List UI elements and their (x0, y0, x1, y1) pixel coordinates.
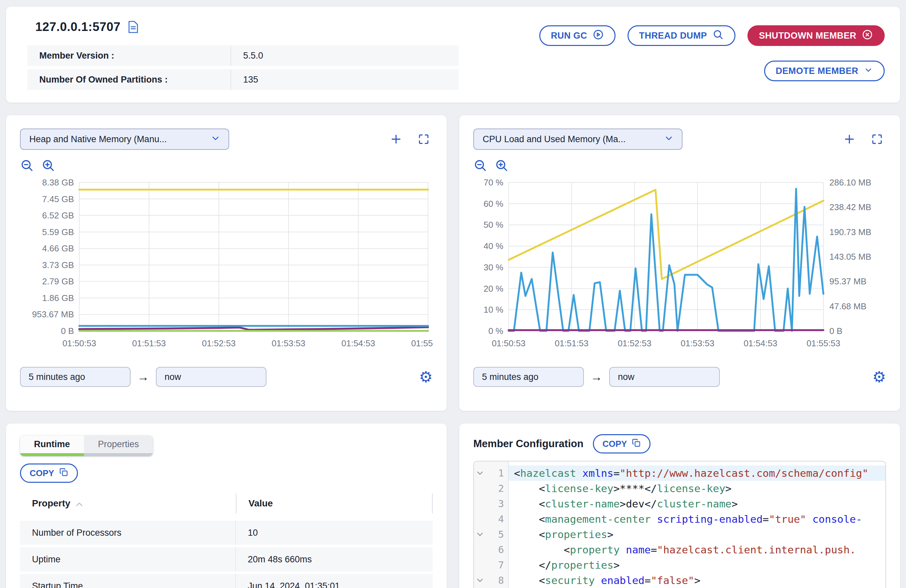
fold-toggle-icon[interactable] (474, 471, 486, 475)
chart-metric-select-heap[interactable]: Heap and Native Memory (Manu... (20, 129, 229, 150)
property-cell: Startup Time (20, 574, 236, 588)
tab-runtime[interactable]: Runtime (20, 435, 84, 456)
code-token: license-key (545, 483, 613, 494)
code-line[interactable]: <management-center scripting-enabled="tr… (509, 512, 885, 527)
column-header-property[interactable]: Property (20, 494, 236, 513)
right-y-axis-tick-label: 190.73 MB (829, 227, 871, 237)
column-header-value[interactable]: Value (236, 494, 433, 513)
heap-memory-chart-card: Heap and Native Memory (Manu... (6, 115, 447, 411)
code-line[interactable]: </properties> (509, 558, 885, 573)
cpu-memory-chart-card: CPU Load and Used Memory (Ma... (459, 115, 900, 411)
code-line[interactable]: <property name="hazelcast.client.interna… (509, 542, 885, 558)
code-line[interactable]: <license-key>****</license-key> (509, 481, 885, 496)
y-axis-tick-label: 1.86 GB (42, 293, 74, 303)
y-axis-tick-label: 7.45 GB (42, 194, 74, 204)
line-number: 3 (486, 498, 508, 510)
code-token: xmlns (582, 467, 613, 479)
chart-metric-select-cpu[interactable]: CPU Load and Used Memory (Ma... (473, 129, 683, 150)
x-axis-tick-label: 01:54:53 (743, 338, 777, 348)
demote-member-button[interactable]: DEMOTE MEMBER (764, 61, 885, 81)
value-cell: 10 (236, 521, 433, 545)
document-icon[interactable] (128, 21, 139, 33)
gutter-row: 7 (474, 558, 508, 573)
y-axis-tick-label: 6.52 GB (42, 210, 74, 220)
code-token: < (514, 513, 545, 525)
member-info-label: Number Of Owned Partitions : (27, 69, 231, 90)
line-number: 2 (486, 483, 508, 494)
arrow-right-icon: → (590, 370, 603, 384)
time-from-input[interactable]: 5 minutes ago (20, 367, 131, 387)
zoom-out-icon[interactable] (473, 158, 487, 172)
time-to-input[interactable]: now (609, 367, 720, 387)
member-info-value: 135 (231, 69, 459, 90)
play-circle-icon (593, 29, 604, 43)
run-gc-label: RUN GC (551, 30, 587, 41)
member-info-table: Member Version :5.5.0Number Of Owned Par… (27, 45, 459, 90)
y-axis-tick-label: 8.38 GB (42, 177, 74, 188)
code-line[interactable]: <cluster-name>dev</cluster-name> (509, 496, 885, 512)
member-summary: 127.0.0.1:5707 Member Version :5.5.0Numb… (27, 20, 459, 102)
tab-properties[interactable]: Properties (84, 435, 153, 456)
editor-code-area[interactable]: <hazelcast xmlns="http://www.hazelcast.c… (509, 462, 885, 588)
add-chart-icon[interactable] (389, 132, 403, 146)
y-axis-tick-label: 10 % (483, 304, 503, 315)
y-axis-tick-label: 70 % (483, 177, 503, 188)
fullscreen-icon[interactable] (417, 133, 430, 145)
code-token: < (514, 544, 570, 556)
y-axis-tick-label: 20 % (483, 284, 503, 294)
gutter-row: 3 (474, 496, 508, 512)
code-line[interactable]: <security enabled="false"> (509, 573, 885, 588)
cpu-memory-chart-canvas[interactable]: 0 %10 %20 %30 %40 %50 %60 %70 %01:50:530… (473, 177, 886, 356)
copy-runtime-button[interactable]: COPY (20, 464, 78, 483)
gear-icon[interactable]: ⚙ (873, 369, 886, 384)
xml-config-editor[interactable]: 123456789 <hazelcast xmlns="http://www.h… (473, 461, 886, 588)
shutdown-member-button[interactable]: SHUTDOWN MEMBER (748, 25, 885, 46)
tab-properties-label: Properties (98, 439, 139, 449)
x-axis-tick-label: 01:50:53 (492, 338, 525, 348)
y-axis-tick-label: 0 B (61, 326, 74, 336)
runtime-properties-card: Runtime Properties COPY Property (6, 424, 447, 588)
property-cell: Uptime (20, 547, 236, 571)
code-token: property (570, 544, 620, 556)
add-chart-icon[interactable] (843, 132, 856, 146)
fold-toggle-icon[interactable] (474, 578, 486, 583)
fullscreen-icon[interactable] (871, 133, 883, 145)
code-token: </ (514, 559, 551, 571)
right-y-axis-tick-label: 143.05 MB (829, 252, 871, 262)
runtime-table-header: Property Value (20, 494, 433, 513)
heap-memory-chart-canvas[interactable]: 0 B953.67 MB1.86 GB2.79 GB3.73 GB4.66 GB… (20, 177, 433, 356)
line-number: 6 (486, 544, 508, 555)
code-token: < (514, 498, 545, 510)
thread-dump-button[interactable]: THREAD DUMP (627, 25, 735, 46)
right-y-axis-tick-label: 0 B (829, 326, 842, 336)
time-from-input[interactable]: 5 minutes ago (473, 367, 584, 387)
table-row: Startup TimeJun 14, 2024, 01:35:01 (20, 574, 433, 588)
x-axis-tick-label: 01:55:53 (411, 338, 433, 348)
code-token: > (732, 498, 738, 510)
code-token: "false" (651, 574, 694, 586)
line-number: 7 (486, 559, 508, 571)
x-axis-tick-label: 01:55:53 (806, 338, 840, 348)
editor-gutter: 123456789 (474, 462, 509, 588)
chevron-down-icon (864, 65, 873, 77)
zoom-in-icon[interactable] (494, 158, 509, 172)
zoom-out-icon[interactable] (20, 158, 34, 172)
run-gc-button[interactable]: RUN GC (539, 25, 616, 46)
gear-icon[interactable]: ⚙ (419, 369, 433, 384)
x-axis-tick-label: 01:53:53 (681, 338, 714, 348)
copy-configuration-button[interactable]: COPY (593, 434, 651, 454)
code-line[interactable]: <hazelcast xmlns="http://www.hazelcast.c… (509, 465, 885, 481)
code-token: > (614, 559, 620, 571)
copy-runtime-label: COPY (30, 468, 54, 478)
y-axis-tick-label: 40 % (483, 241, 503, 251)
chevron-down-icon (211, 134, 220, 145)
right-y-axis-tick-label: 47.68 MB (829, 301, 866, 311)
member-info-row: Number Of Owned Partitions :135 (27, 69, 459, 90)
fold-toggle-icon[interactable] (474, 532, 486, 537)
x-circle-icon (862, 29, 873, 43)
x-axis-tick-label: 01:53:53 (272, 338, 305, 348)
code-line[interactable]: <properties> (509, 527, 885, 542)
zoom-in-icon[interactable] (41, 158, 55, 172)
time-to-input[interactable]: now (156, 367, 266, 387)
code-token: > (694, 574, 700, 586)
